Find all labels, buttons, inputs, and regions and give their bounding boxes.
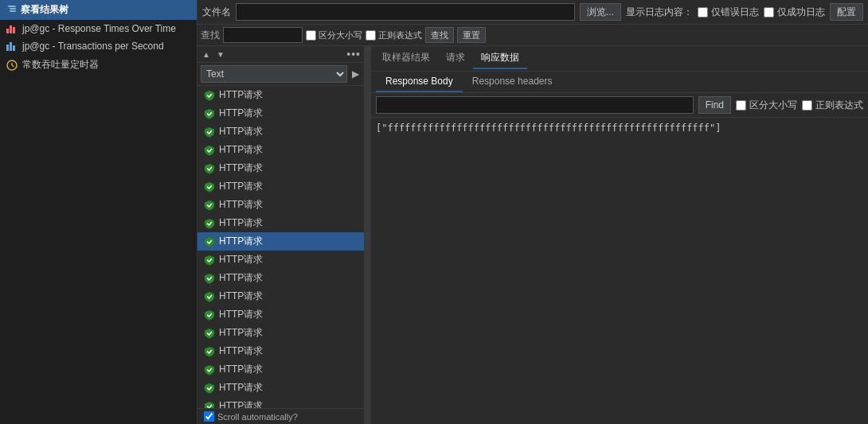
shield-icon [204,145,215,156]
browse-button[interactable]: 浏览... [580,3,621,21]
response-regex-group: 正则表达式 [802,99,863,112]
expand-down-button[interactable]: ▼ [215,49,226,60]
subtab-response-body[interactable]: Response Body [376,72,463,92]
request-item[interactable]: HTTP请求 [197,379,364,397]
tab-request[interactable]: 请求 [438,48,473,69]
shield-icon [204,163,215,174]
shield-icon [204,383,215,394]
case-sensitive-group: 区分大小写 [306,29,362,41]
type-select[interactable]: Text XML JSON HTML Binary [201,65,347,83]
sidebar-item-transactions[interactable]: jp@gc - Transactions per Second [0,37,197,55]
request-item[interactable]: HTTP请求 [197,232,364,251]
find-button[interactable]: 查找 [425,27,454,43]
request-item-label: HTTP请求 [219,363,263,376]
svg-rect-7 [10,42,12,51]
response-case-sensitive-group: 区分大小写 [736,99,797,112]
shield-icon [204,328,215,339]
dots-menu-top[interactable]: ••• [346,48,361,60]
svg-rect-4 [10,25,12,33]
subtab-headers-label: Response headers [472,76,553,87]
panel-resizer[interactable]: ⋮ [365,46,371,424]
request-item-label: HTTP请求 [219,198,263,212]
top-bar: 文件名 浏览... 显示日志内容： 仅错误日志 仅成功日志 配置 [197,0,868,25]
request-item-label: HTTP请求 [219,326,263,340]
request-item[interactable]: HTTP请求 [197,214,364,232]
shield-icon [204,218,215,229]
config-button[interactable]: 配置 [830,3,863,21]
regex-checkbox[interactable] [366,30,376,41]
success-log-checkbox[interactable] [764,7,774,18]
response-area: Response Body Response headers Find 区分大小… [371,72,868,424]
request-item-label: HTTP请求 [219,180,263,193]
subtab-response-headers[interactable]: Response headers [463,72,562,92]
request-item-label: HTTP请求 [219,235,263,248]
tabs-toolbar: 取样器结果 请求 响应数据 [371,46,868,72]
request-item[interactable]: HTTP请求 [197,159,364,177]
request-item[interactable]: HTTP请求 [197,342,364,360]
request-item[interactable]: HTTP请求 [197,269,364,287]
request-item[interactable]: HTTP请求 [197,104,364,123]
request-item-label: HTTP请求 [219,308,263,321]
response-regex-checkbox[interactable] [802,100,812,111]
left-panel: ▲ ▼ ••• Text XML JSON HTML Binary ▶ HTT [197,46,365,424]
svg-rect-5 [13,27,15,33]
scroll-auto-checkbox[interactable] [204,411,214,422]
svg-rect-8 [13,45,15,51]
request-item-label: HTTP请求 [219,290,263,303]
sidebar-item-timer[interactable]: 常数吞吐量定时器 [0,55,197,75]
regex-label: 正则表达式 [378,29,422,41]
tabs-row: 取样器结果 请求 响应数据 [374,48,865,69]
request-list: HTTP请求 HTTP请求 HTTP请求 HTTP请求 HTTP请求 HTTP请… [197,86,364,408]
request-item[interactable]: HTTP请求 [197,196,364,214]
response-content: ["ffffffffffffffffffffffffffffffffffffff… [371,118,868,424]
expand-right-button[interactable]: ▶ [350,67,361,81]
tab-request-label: 请求 [446,52,465,63]
error-log-checkbox[interactable] [698,7,708,18]
case-sensitive-label: 区分大小写 [319,29,362,41]
request-item[interactable]: HTTP请求 [197,177,364,196]
response-regex-label: 正则表达式 [815,99,863,112]
response-find-button[interactable]: Find [698,96,731,114]
sidebar-item-label: jp@gc - Transactions per Second [22,41,164,52]
response-search-input[interactable] [376,96,694,114]
request-item-label: HTTP请求 [219,143,263,157]
request-item[interactable]: HTTP请求 [197,287,364,305]
shield-icon [204,90,215,101]
svg-rect-1 [10,8,16,10]
collapse-up-button[interactable]: ▲ [201,49,212,60]
request-item[interactable]: HTTP请求 [197,397,364,408]
request-item[interactable]: HTTP请求 [197,123,364,141]
svg-rect-3 [6,29,9,33]
tab-sampler-results[interactable]: 取样器结果 [374,48,438,69]
log-display-label: 显示日志内容： [626,6,693,19]
resizer-handle: ⋮ [365,232,371,239]
shield-icon [204,309,215,321]
request-item[interactable]: HTTP请求 [197,324,364,342]
sidebar-item-response-times[interactable]: jp@gc - Response Times Over Time [0,20,197,37]
request-item-label: HTTP请求 [219,161,263,175]
file-name-input[interactable] [236,3,575,21]
request-item[interactable]: HTTP请求 [197,141,364,159]
response-body-text: ["ffffffffffffffffffffffffffffffffffffff… [376,123,721,134]
case-sensitive-checkbox[interactable] [306,30,316,41]
error-log-label: 仅错误日志 [711,6,759,19]
request-item-label: HTTP请求 [219,253,263,266]
svg-rect-2 [10,10,16,12]
reset-button[interactable]: 重置 [457,27,486,43]
request-item-label: HTTP请求 [219,344,263,358]
request-item[interactable]: HTTP请求 [197,86,364,104]
scroll-auto-row: Scroll automatically? [197,408,364,424]
file-name-label: 文件名 [202,6,231,19]
clock-icon [6,60,18,71]
subtab-body-label: Response Body [385,76,453,87]
tab-response-data[interactable]: 响应数据 [473,48,527,69]
response-case-sensitive-checkbox[interactable] [736,100,746,111]
shield-icon [204,236,215,247]
search-input[interactable] [223,27,303,43]
request-item[interactable]: HTTP请求 [197,251,364,269]
tree-icon [6,5,18,16]
request-item[interactable]: HTTP请求 [197,360,364,379]
chart-blue-icon [6,41,18,51]
right-panel: 取样器结果 请求 响应数据 Response Body [371,46,868,424]
request-item[interactable]: HTTP请求 [197,305,364,324]
